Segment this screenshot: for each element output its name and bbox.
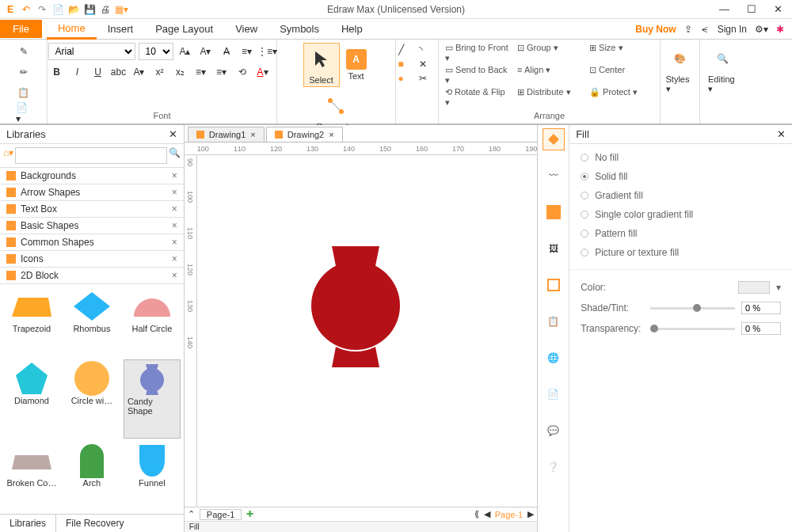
document-icon[interactable]: 📄: [543, 383, 565, 405]
underline-icon[interactable]: U: [89, 63, 107, 81]
fill-bucket-icon[interactable]: [543, 128, 565, 150]
bullets-icon[interactable]: ⋮≡▾: [259, 43, 276, 60]
shape-half-circle[interactable]: Half Circle: [124, 287, 181, 356]
decrease-font-icon[interactable]: A▾: [197, 43, 215, 60]
print-icon[interactable]: 🖨: [100, 4, 111, 15]
shape-broken-co-[interactable]: Broken Co…: [3, 442, 60, 511]
shape-rhombus[interactable]: Rhombus: [63, 287, 120, 356]
center-button[interactable]: ⊡ Center: [589, 65, 653, 86]
help-icon[interactable]: ❔: [543, 456, 565, 478]
export-icon[interactable]: ⇪: [684, 24, 692, 35]
align-button[interactable]: ≡ Align ▾: [517, 65, 581, 86]
doc-tab-2[interactable]: Drawing2×: [266, 127, 343, 142]
library-search-input[interactable]: [15, 147, 167, 164]
shape-candy-shape[interactable]: Candy Shape: [124, 359, 181, 439]
library-category[interactable]: Basic Shapes×: [0, 218, 184, 234]
gear-icon[interactable]: ⚙▾: [755, 24, 768, 35]
shape-arch[interactable]: Arch: [63, 442, 120, 511]
globe-icon[interactable]: 🌐: [543, 347, 565, 369]
solid-fill-icon[interactable]: [543, 201, 565, 223]
notes-icon[interactable]: 📋: [543, 310, 565, 332]
paste-icon[interactable]: 📄▾: [15, 104, 32, 122]
text-tool[interactable]: A Text: [343, 48, 370, 82]
fill-option[interactable]: No fill: [581, 152, 781, 163]
app-color-icon[interactable]: ✱: [776, 24, 784, 35]
shape-diamond[interactable]: Diamond: [3, 359, 60, 439]
drawing-canvas[interactable]: [197, 155, 537, 507]
transparency-value[interactable]: [741, 322, 781, 335]
close-icon[interactable]: ✕: [777, 128, 786, 140]
tab-insert[interactable]: Insert: [97, 20, 145, 38]
page-tab[interactable]: Page-1: [200, 509, 242, 520]
clear-format-icon[interactable]: A̶: [218, 43, 235, 60]
fill-option[interactable]: Solid fill: [581, 171, 781, 182]
increase-font-icon[interactable]: A▴: [177, 43, 194, 60]
buy-now-link[interactable]: Buy Now: [635, 24, 676, 35]
library-category[interactable]: Text Box×: [0, 201, 184, 218]
line-spacing-icon[interactable]: ≡▾: [238, 43, 256, 60]
file-tab[interactable]: File: [0, 20, 42, 38]
close-icon[interactable]: ×: [172, 253, 177, 264]
superscript-icon[interactable]: x²: [151, 63, 169, 81]
doc-tab-1[interactable]: Drawing1×: [188, 127, 265, 142]
close-icon[interactable]: ×: [250, 130, 255, 139]
candy-shape-object[interactable]: [300, 242, 411, 377]
close-icon[interactable]: ×: [172, 203, 177, 215]
eyedropper-icon[interactable]: ✏: [15, 63, 32, 81]
highlight-icon[interactable]: A▾: [131, 63, 148, 81]
close-icon[interactable]: ×: [172, 187, 177, 198]
close-icon[interactable]: ×: [172, 220, 177, 231]
select-tool[interactable]: Select: [303, 43, 340, 87]
search-icon[interactable]: 🔍: [169, 147, 181, 164]
minimize-button[interactable]: —: [719, 3, 729, 15]
crop-tool-icon[interactable]: ✂: [419, 73, 436, 84]
next-page-icon[interactable]: ▶: [527, 509, 534, 519]
style-icon[interactable]: ▦▾: [116, 4, 127, 15]
shape-circle-wi-[interactable]: Circle wi…: [63, 359, 120, 439]
layers-icon[interactable]: [543, 274, 565, 296]
close-button[interactable]: ✕: [774, 3, 782, 15]
tab-libraries[interactable]: Libraries: [0, 515, 56, 532]
tab-file-recovery[interactable]: File Recovery: [56, 515, 133, 532]
library-category[interactable]: Common Shapes×: [0, 234, 184, 251]
transparency-slider[interactable]: [650, 328, 735, 330]
tab-help[interactable]: Help: [330, 20, 374, 38]
rect-tool-icon[interactable]: ■: [398, 59, 416, 70]
new-icon[interactable]: 📄: [52, 4, 63, 15]
picture-icon[interactable]: 🖼: [543, 238, 565, 260]
tab-view[interactable]: View: [224, 20, 268, 38]
strike-icon[interactable]: abc: [110, 63, 128, 81]
line-tool-icon[interactable]: ╱: [398, 44, 416, 55]
subscript-icon[interactable]: x₂: [172, 63, 189, 81]
maximize-button[interactable]: ☐: [747, 3, 756, 15]
styles-button[interactable]: 🎨 Styles ▾: [663, 43, 698, 96]
align-icon[interactable]: ≡▾: [192, 63, 210, 81]
sign-in-link[interactable]: Sign In: [718, 24, 747, 35]
fill-option[interactable]: Pattern fill: [581, 228, 781, 239]
bring-to-front-button[interactable]: ▭ Bring to Front ▾: [445, 43, 509, 63]
close-icon[interactable]: ×: [329, 130, 333, 139]
font-color-icon[interactable]: A▾: [254, 63, 272, 81]
font-size-combo[interactable]: 10: [139, 43, 173, 60]
undo-icon[interactable]: ↶: [21, 4, 32, 15]
library-category[interactable]: Arrow Shapes×: [0, 184, 184, 201]
tab-page-layout[interactable]: Page Layout: [144, 20, 224, 38]
fill-option[interactable]: Gradient fill: [581, 190, 781, 201]
close-icon[interactable]: ×: [172, 237, 177, 248]
group-button[interactable]: ⊡ Group ▾: [517, 43, 581, 63]
shade-value[interactable]: [741, 302, 781, 314]
tab-symbols[interactable]: Symbols: [268, 20, 330, 38]
open-icon[interactable]: 📂: [68, 4, 79, 15]
library-category[interactable]: 2D Block×: [0, 268, 184, 284]
color-picker[interactable]: [738, 281, 770, 294]
editing-button[interactable]: 🔍 Editing ▾: [705, 43, 740, 96]
prev-page-icon[interactable]: ◀: [484, 509, 490, 519]
first-page-icon[interactable]: ⟪: [474, 509, 479, 519]
ellipse-tool-icon[interactable]: ●: [398, 73, 416, 84]
shape-trapezoid[interactable]: Trapezoid: [3, 287, 60, 356]
collapse-icon[interactable]: ⌃: [188, 509, 195, 519]
font-name-combo[interactable]: Arial: [48, 43, 135, 60]
bold-icon[interactable]: B: [48, 63, 66, 81]
comment-icon[interactable]: 💬: [543, 420, 565, 442]
shade-slider[interactable]: [650, 307, 735, 310]
